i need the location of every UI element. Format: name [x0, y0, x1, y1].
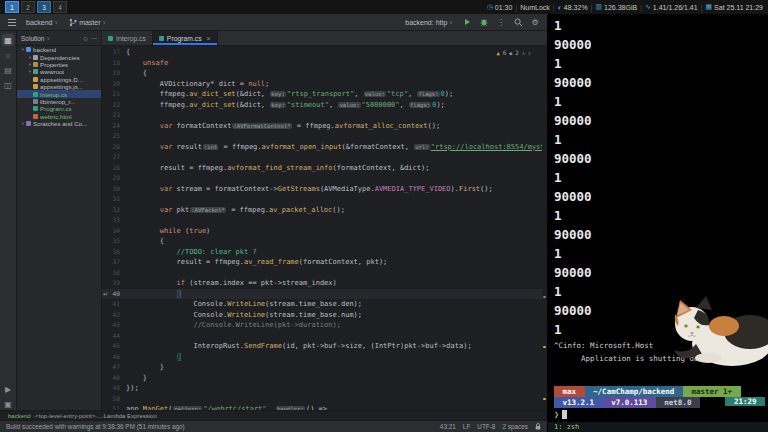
file-encoding[interactable]: UTF-8	[477, 423, 495, 430]
search-everywhere-button[interactable]	[512, 16, 524, 28]
code-line-50[interactable]: 50	[102, 394, 547, 405]
settings-button[interactable]: ⚙	[529, 16, 541, 28]
tree-item-webrtc-html[interactable]: webrtc.html	[17, 113, 101, 120]
rail-commit-button[interactable]: ○	[2, 49, 14, 61]
code-line-45[interactable]: 45 InteropRust.SendFrame(id, pkt->buf->s…	[102, 341, 547, 352]
breadcrumb-module[interactable]: backend	[8, 413, 31, 419]
code-line-28[interactable]: 28 result = ffmpeg.avformat_find_stream_…	[102, 163, 547, 174]
tree-item-backend[interactable]: ▾backend	[17, 46, 101, 53]
run-button[interactable]	[461, 16, 473, 28]
code-line-47[interactable]: 47 }	[102, 362, 547, 373]
next-issue-icon[interactable]: ∨	[528, 50, 531, 56]
code-line-32[interactable]: 32 var pkt:AVPacket* = ffmpeg.av_packet_…	[102, 205, 547, 216]
code-line-23[interactable]: 23	[102, 110, 547, 121]
shell-input-line[interactable]: ❯	[554, 408, 768, 420]
file-icon	[33, 84, 38, 89]
code-text: ffmpeg.av_dict_set(&dict, key:"rtsp_tran…	[126, 89, 547, 100]
code-line-24[interactable]: 24 var formatContext:AVFormatContext* = …	[102, 121, 547, 132]
tree-item-properties[interactable]: ▾Properties	[17, 61, 101, 68]
workspace-2[interactable]: 2	[21, 1, 35, 13]
vcs-widget[interactable]: master ∨	[66, 17, 109, 28]
rail-run-button[interactable]: ▶	[2, 383, 14, 395]
tree-item-wwwroot[interactable]: ▾wwwroot	[17, 68, 101, 75]
code-line-29[interactable]: 29	[102, 173, 547, 184]
code-line-31[interactable]: 31	[102, 194, 547, 205]
terminal-output: 1900001900001900001900001900001900001900…	[554, 16, 768, 339]
caret-position[interactable]: 43:21	[440, 423, 456, 430]
rail-terminal-button[interactable]: ▣	[2, 398, 14, 410]
code-line-35[interactable]: 35 {	[102, 236, 547, 247]
code-line-42[interactable]: 42 Console.WriteLine(stream.time_base.nu…	[102, 310, 547, 321]
code-text: ffmpeg.av_dict_set(&dict, key:"stimeout"…	[126, 100, 547, 111]
tree-item-libinterop-r[interactable]: libinterop_r...	[17, 98, 101, 105]
code-line-37[interactable]: 37 result = ffmpeg.av_read_frame(formatC…	[102, 257, 547, 268]
workspace-4[interactable]: 4	[53, 1, 67, 13]
code-line-20[interactable]: 20 AVDictionary* dict = null;	[102, 79, 547, 90]
line-number: 42	[102, 310, 126, 321]
code-line-49[interactable]: 49});	[102, 383, 547, 394]
tree-item-label: webrtc.html	[40, 113, 72, 120]
code-line-27[interactable]: 27	[102, 152, 547, 163]
code-line-41[interactable]: 41 Console.WriteLine(stream.time_base.de…	[102, 299, 547, 310]
code-line-33[interactable]: 33	[102, 215, 547, 226]
workspace-1[interactable]: 1	[5, 1, 19, 13]
tmux-window-label[interactable]: 1: zsh	[554, 423, 579, 431]
run-config-selector[interactable]: backend: http ∨	[402, 18, 456, 27]
code-line-51[interactable]: 51app.MapGet(pattern:"/webrtc/start", ha…	[102, 404, 547, 410]
rail-structure-button[interactable]: ▤	[2, 64, 14, 76]
editor-tab-strip: Interop.csProgram.cs×	[102, 31, 547, 46]
code-line-30[interactable]: 30 var stream = formatContext->GetStream…	[102, 184, 547, 195]
code-line-48[interactable]: 48 }	[102, 373, 547, 384]
line-ending[interactable]: LF	[463, 423, 470, 430]
rail-project-button[interactable]: ▦	[2, 34, 14, 46]
more-run-actions-button[interactable]: ⋮	[495, 16, 507, 28]
code-line-36[interactable]: 36 //TODO: clear pkt ?	[102, 247, 547, 258]
code-line-38[interactable]: 38	[102, 268, 547, 279]
line-number: 20	[102, 79, 126, 90]
code-line-43[interactable]: 43 //Console.WriteLine(pkt->duration);	[102, 320, 547, 331]
editor-scrollbar[interactable]	[542, 46, 547, 410]
build-status[interactable]: Build succeeded with warnings at 9:38:36…	[6, 423, 185, 430]
locate-file-icon[interactable]: ⊙	[83, 35, 88, 42]
code-line-46[interactable]: 46 }	[102, 352, 547, 363]
breadcrumb-item-top-level-entry-point[interactable]: <top-level-entry-point>	[35, 413, 95, 419]
debug-button[interactable]	[478, 16, 490, 28]
tree-item-appsettings-d[interactable]: appsettings.D...	[17, 76, 101, 83]
tree-item-dependencies[interactable]: ▾Dependencies	[17, 53, 101, 60]
inspections-widget[interactable]: ▲ 6 ● 2 ∧ ∨	[492, 48, 535, 57]
close-icon[interactable]: ×	[207, 35, 211, 42]
code-line-18[interactable]: 18 unsafe	[102, 58, 547, 69]
code-line-21[interactable]: 21 ffmpeg.av_dict_set(&dict, key:"rtsp_t…	[102, 89, 547, 100]
tab-interop-cs[interactable]: Interop.cs	[102, 31, 153, 45]
code-line-25[interactable]: 25	[102, 131, 547, 142]
rail-bookmarks-button[interactable]: ◫	[2, 79, 14, 91]
lock-icon[interactable]	[535, 423, 541, 430]
solution-explorer-header[interactable]: Solution ∨ ⊙ —	[17, 31, 101, 46]
main-menu-button[interactable]	[6, 16, 18, 28]
terminal-window[interactable]: 1900001900001900001900001900001900001900…	[548, 14, 768, 432]
tree-item-interop-cs[interactable]: Interop.cs	[17, 90, 101, 97]
code-line-19[interactable]: 19 {	[102, 68, 547, 79]
code-text: {	[126, 289, 547, 300]
tree-item-appsettings-js[interactable]: appsettings.js...	[17, 83, 101, 90]
collapse-all-icon[interactable]: —	[91, 35, 97, 42]
code-line-22[interactable]: 22 ffmpeg.av_dict_set(&dict, key:"stimeo…	[102, 100, 547, 111]
workspace-3[interactable]: 3	[37, 1, 51, 13]
tab-program-cs[interactable]: Program.cs×	[153, 31, 218, 45]
code-line-17[interactable]: 17{	[102, 47, 547, 58]
code-line-26[interactable]: 26 var result:int = ffmpeg.avformat_open…	[102, 142, 547, 153]
code-line-44[interactable]: 44	[102, 331, 547, 342]
code-line-40[interactable]: ↵40 {	[102, 289, 547, 300]
code-line-34[interactable]: 34 while (true)	[102, 226, 547, 237]
tree-item-program-cs[interactable]: Program.cs	[17, 105, 101, 112]
indent-style[interactable]: 2 spaces	[502, 423, 528, 430]
warning-icon: ▲	[496, 50, 499, 56]
shell-prompt-line2: v13.2.1 v7.0.113 net8.0 21:29	[554, 397, 765, 408]
prev-issue-icon[interactable]: ∧	[522, 50, 525, 56]
code-line-39[interactable]: 39 if (stream.index == pkt->stream_index…	[102, 278, 547, 289]
project-widget[interactable]: backend ∨	[23, 18, 61, 27]
tree-item-label: Interop.cs	[40, 91, 67, 98]
code-editor[interactable]: ▲ 6 ● 2 ∧ ∨ 17{18 unsafe19 {20 AVDiction…	[102, 46, 547, 410]
tree-item-scratches-and-co[interactable]: ▾Scratches and Co...	[17, 120, 101, 127]
breadcrumb-item-lambda-expression[interactable]: Lambda Expression	[104, 413, 157, 419]
